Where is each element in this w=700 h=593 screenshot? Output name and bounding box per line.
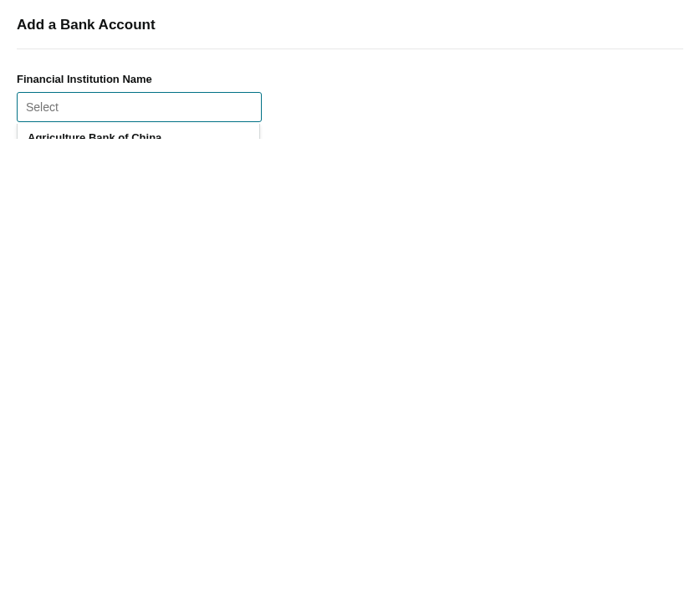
financial-institution-select[interactable]: Agriculture Bank of China Airwallex Alli…: [17, 92, 262, 122]
select-input[interactable]: [17, 92, 262, 122]
dropdown-item[interactable]: Agriculture Bank of China: [18, 124, 259, 139]
dropdown-list: Agriculture Bank of China Airwallex Alli…: [17, 124, 260, 139]
financial-institution-label: Financial Institution Name: [17, 73, 683, 85]
page-title: Add a Bank Account: [17, 17, 683, 33]
divider: [17, 49, 683, 49]
